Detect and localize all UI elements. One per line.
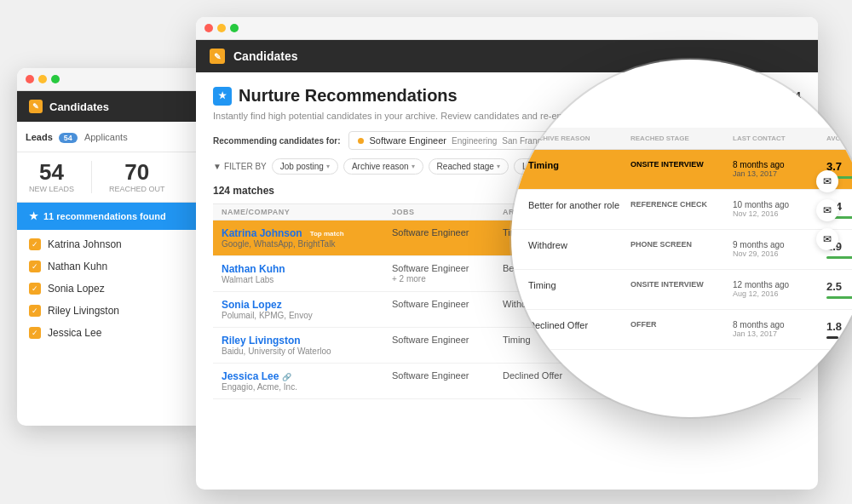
zoom-row-timing2[interactable]: Timing ONSITE INTERVIEW 12 months ago Au… <box>511 270 852 310</box>
candidate-item-katrina[interactable]: ✓ Katrina Johnson <box>17 233 204 255</box>
zoom-content: ARCHIVE REASON REACHED STAGE LAST CONTAC… <box>511 128 852 350</box>
checkbox-riley[interactable]: ✓ <box>29 305 41 317</box>
zoom-stage-timing2: ONSITE INTERVIEW <box>630 280 733 289</box>
tab-applicants[interactable]: Applicants <box>84 130 128 145</box>
job-dept: Engineering <box>452 136 497 146</box>
zoom-row-declined[interactable]: Declined Offer OFFER 8 months ago Jan 13… <box>511 310 852 350</box>
checkbox-jessica[interactable]: ✓ <box>29 327 41 339</box>
candidate-name-sonia: Sonia Lopez <box>48 283 105 295</box>
zoom-row-better[interactable]: Better for another role REFERENCE CHECK … <box>511 190 852 230</box>
zoom-contact-declined: 8 months ago Jan 13, 2017 <box>733 320 826 338</box>
email-button-3[interactable]: ✉ <box>816 228 838 250</box>
sidebar-title: Candidates <box>49 100 109 113</box>
candidate-item-riley[interactable]: ✓ Riley Livingston <box>17 300 204 322</box>
zoom-panel: ARCHIVE REASON REACHED STAGE LAST CONTAC… <box>511 60 852 417</box>
filter-job-posting[interactable]: Job posting ▾ <box>272 158 338 175</box>
candidate-name-katrina: Katrina Johnson <box>48 238 122 250</box>
zoom-row-withdrew[interactable]: Withdrew PHONE SCREEN 9 months ago Nov 2… <box>511 230 852 270</box>
email-button-1[interactable]: ✉ <box>816 170 838 192</box>
recommendations-bar-label: 11 recommendations found <box>43 211 166 221</box>
main-window-controls <box>196 17 818 40</box>
main-minimize-dot[interactable] <box>217 24 226 32</box>
checkbox-sonia[interactable]: ✓ <box>29 283 41 295</box>
filter-label: ▼ FILTER BY <box>213 162 267 171</box>
page-title: ★ Nurture Recommendations <box>213 86 458 106</box>
sidebar-stats: 54 NEW LEADS 70 REACHED OUT <box>17 152 204 203</box>
row-name-jessica: Jessica Lee 🔗 Engagio, Acme, Inc. <box>222 370 392 392</box>
new-leads-label: NEW LEADS <box>29 185 74 193</box>
zoom-stage-timing: ONSITE INTERVIEW <box>630 160 733 169</box>
job-jessica: Software Engineer <box>392 370 503 381</box>
stat-reached-out: 70 REACHED OUT <box>109 161 165 193</box>
tab-leads[interactable]: Leads 54 <box>26 130 78 145</box>
main-pencil-icon: ✎ <box>210 49 225 64</box>
main-close-dot[interactable] <box>204 24 213 32</box>
zoom-stage-better: REFERENCE CHECK <box>630 200 733 209</box>
candidate-name-jessica: Jessica Lee <box>48 327 101 339</box>
sidebar-header: ✎ Candidates <box>17 91 204 122</box>
zoom-stage-declined: OFFER <box>630 320 733 329</box>
pencil-icon: ✎ <box>29 100 43 113</box>
job-nathan: Software Engineer+ 2 more <box>392 263 503 284</box>
zoom-contact-better: 10 months ago Nov 12, 2016 <box>733 200 826 218</box>
row-name-sonia: Sonia Lopez Polumail, KPMG, Envoy <box>222 299 392 320</box>
main-header-title: Candidates <box>233 49 297 63</box>
zoom-archive-declined: Declined Offer <box>528 320 630 330</box>
candidate-name-nathan: Nathan Kuhn <box>48 261 107 272</box>
candidate-name-riley: Riley Livingston <box>48 305 119 317</box>
checkbox-nathan[interactable]: ✓ <box>29 261 41 272</box>
col-jobs: JOBS <box>392 208 503 216</box>
email-button-2[interactable]: ✉ <box>816 199 838 221</box>
candidate-list: ✓ Katrina Johnson ✓ Nathan Kuhn ✓ Sonia … <box>17 230 204 347</box>
star-icon: ★ <box>29 210 38 222</box>
zoom-archive-timing: Timing <box>528 160 630 170</box>
new-leads-number: 54 <box>29 161 74 183</box>
col-name: NAME/COMPANY <box>222 208 392 216</box>
zoom-col-contact: LAST CONTACT <box>733 135 826 142</box>
title-icon: ★ <box>213 87 232 106</box>
sidebar-tabs: Leads 54 Applicants <box>17 122 204 152</box>
zoom-table-header: ARCHIVE REASON REACHED STAGE LAST CONTAC… <box>511 128 852 150</box>
top-match-badge: Top match <box>306 229 348 238</box>
sidebar-window: ✎ Candidates Leads 54 Applicants 54 NEW … <box>17 68 204 426</box>
candidate-item-nathan[interactable]: ✓ Nathan Kuhn <box>17 255 204 278</box>
candidate-item-sonia[interactable]: ✓ Sonia Lopez <box>17 278 204 300</box>
candidate-item-jessica[interactable]: ✓ Jessica Lee <box>17 322 204 344</box>
zoom-score-declined: 1.8 <box>826 320 852 339</box>
close-dot[interactable] <box>26 75 34 83</box>
job-title: Software Engineer <box>369 135 446 146</box>
window-controls <box>17 68 204 91</box>
filter-icon: ▼ <box>213 162 222 171</box>
zoom-stage-withdrew: PHONE SCREEN <box>630 240 733 249</box>
zoom-archive-withdrew: Withdrew <box>528 240 630 250</box>
job-sonia: Software Engineer <box>392 299 503 309</box>
zoom-contact-timing: 8 months ago Jan 13, 2017 <box>733 160 826 178</box>
minimize-dot[interactable] <box>38 75 47 83</box>
zoom-col-score: AVG. SCORE <box>826 135 852 142</box>
job-katrina: Software Engineer <box>392 227 503 238</box>
row-name-nathan: Nathan Kuhn Walmart Labs <box>222 263 392 284</box>
page-title-text: Nurture Recommendations <box>239 86 458 106</box>
recommendations-bar[interactable]: ★ 11 recommendations found <box>17 203 204 230</box>
expand-dot[interactable] <box>51 75 60 83</box>
filter-reached-stage[interactable]: Reached stage ▾ <box>429 158 509 175</box>
zoom-row-timing[interactable]: Timing ONSITE INTERVIEW 8 months ago Jan… <box>511 150 852 190</box>
main-expand-dot[interactable] <box>230 24 239 32</box>
row-name-riley: Riley Livingston Baidu, University of Wa… <box>222 335 392 356</box>
zoom-archive-better: Better for another role <box>528 200 630 210</box>
job-dot <box>358 138 364 144</box>
reached-out-number: 70 <box>109 161 165 183</box>
filter-archive-reason[interactable]: Archive reason ▾ <box>343 158 423 175</box>
zoom-contact-withdrew: 9 months ago Nov 29, 2016 <box>733 240 826 258</box>
action-buttons: ✉ ✉ ✉ <box>816 170 838 250</box>
row-name-katrina: Katrina Johnson Top match Google, WhatsA… <box>222 227 392 249</box>
zoom-col-stage: REACHED STAGE <box>630 135 733 142</box>
leads-badge: 54 <box>59 133 78 143</box>
zoom-archive-timing2: Timing <box>528 280 630 290</box>
checkbox-katrina[interactable]: ✓ <box>29 238 41 250</box>
zoom-score-timing2: 2.5 <box>826 280 852 299</box>
zoom-contact-timing2: 12 months ago Aug 12, 2016 <box>733 280 826 298</box>
reached-out-label: REACHED OUT <box>109 185 165 193</box>
recommending-label: Recommending candidates for: <box>213 136 340 146</box>
stat-new-leads: 54 NEW LEADS <box>29 161 74 193</box>
